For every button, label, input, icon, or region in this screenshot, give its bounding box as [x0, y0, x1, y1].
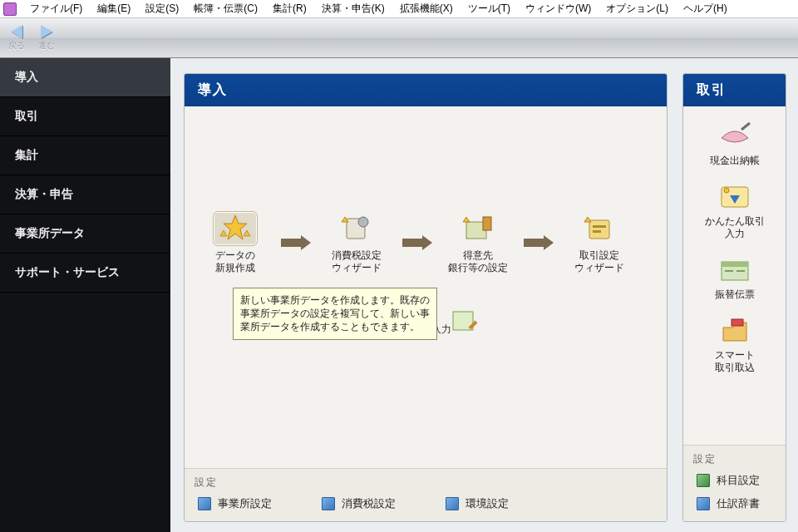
right-item-easy-input[interactable]: かんたん取引入力: [705, 182, 765, 240]
flow-row-1: データの新規作成 消費税設定ウィザード: [185, 211, 667, 274]
launcher-label: 取引設定: [579, 249, 619, 261]
customer-bank-icon: [456, 211, 500, 246]
cube-icon: [198, 497, 211, 510]
right-item-label: 振替伝票: [715, 288, 755, 300]
svg-marker-8: [463, 217, 470, 222]
menu-settings[interactable]: 設定(S): [139, 0, 185, 17]
sidebar-item-kessan[interactable]: 決算・申告: [0, 175, 170, 214]
right-item-label: 取引取込: [715, 362, 755, 373]
sidebar-item-shukei[interactable]: 集計: [0, 136, 170, 175]
forward-button[interactable]: 進む: [37, 24, 57, 52]
cube-icon: [446, 497, 459, 510]
svg-rect-21: [736, 270, 745, 272]
settings-label: 事業所設定: [218, 496, 272, 511]
settings-label: 仕訳辞書: [717, 496, 760, 511]
settings-account[interactable]: 科目設定: [697, 473, 776, 488]
menubar: ファイル(F) 編集(E) 設定(S) 帳簿・伝票(C) 集計(R) 決算・申告…: [0, 0, 798, 18]
svg-rect-11: [593, 230, 601, 233]
settings-env[interactable]: 環境設定: [446, 496, 509, 511]
menu-help[interactable]: ヘルプ(H): [677, 0, 734, 17]
sidebar-item-label: 取引: [15, 109, 38, 122]
launcher-label: ウィザード: [574, 262, 624, 273]
menu-report[interactable]: 集計(R): [266, 0, 313, 17]
right-item-label: 入力: [725, 228, 745, 239]
sidebar-item-label: 導入: [15, 70, 38, 83]
app-icon: [3, 2, 17, 16]
arrow-left-icon: [7, 24, 27, 39]
sidebar-item-label: サポート・サービス: [15, 265, 120, 278]
menu-ledger[interactable]: 帳簿・伝票(C): [187, 0, 264, 17]
settings-label: 科目設定: [717, 473, 760, 488]
back-button[interactable]: 戻る: [7, 24, 27, 52]
sidebar: 導入 取引 集計 決算・申告 事業所データ サポート・サービス: [0, 58, 170, 532]
menu-file[interactable]: ファイル(F): [23, 0, 89, 17]
menu-ext[interactable]: 拡張機能(X): [393, 0, 460, 17]
settings-dictionary[interactable]: 仕訳辞書: [697, 496, 776, 511]
sidebar-item-data[interactable]: 事業所データ: [0, 214, 170, 254]
sidebar-item-dounyu[interactable]: 導入: [0, 58, 170, 97]
settings-company[interactable]: 事業所設定: [198, 496, 272, 511]
launcher-label: データの: [215, 249, 255, 261]
svg-line-14: [741, 123, 750, 130]
toolbar: 戻る 進む: [0, 18, 798, 58]
svg-point-17: [724, 188, 729, 193]
svg-rect-10: [593, 225, 606, 228]
svg-rect-22: [732, 319, 743, 326]
right-item-transfer[interactable]: 振替伝票: [715, 255, 755, 301]
svg-rect-19: [722, 262, 748, 267]
svg-rect-7: [483, 217, 491, 230]
menu-edit[interactable]: 編集(E): [91, 0, 137, 17]
right-settings-section: 設定 科目設定 仕訳辞書: [683, 445, 786, 521]
tooltip-new-data: 新しい事業所データを作成します。既存の事業所データの設定を複写して、新しい事業所…: [233, 288, 437, 340]
launcher-new-data[interactable]: データの新規作成: [196, 211, 274, 274]
menu-closing[interactable]: 決算・申告(K): [315, 0, 392, 17]
launcher-customer-bank[interactable]: 得意先銀行等の設定: [439, 211, 517, 274]
menu-tools[interactable]: ツール(T): [461, 0, 517, 17]
launcher-label: ウィザード: [332, 262, 382, 273]
right-item-cashbook[interactable]: 現金出納帳: [710, 121, 760, 167]
easy-input-icon: [717, 182, 753, 212]
sidebar-item-label: 事業所データ: [15, 226, 85, 239]
launcher-label: 銀行等の設定: [448, 262, 508, 273]
smart-import-icon: [717, 316, 753, 346]
panel-torihiki-header: 取引: [683, 74, 786, 106]
txn-wizard-icon: [577, 211, 622, 246]
cube-icon: [697, 474, 710, 487]
flow-arrow-icon: [281, 237, 311, 249]
right-item-label: かんたん取引: [705, 215, 765, 227]
launcher-label: 得意先: [463, 249, 493, 261]
sidebar-item-label: 決算・申告: [15, 187, 73, 200]
cube-icon: [697, 497, 710, 510]
settings-tax[interactable]: 消費税設定: [322, 496, 396, 511]
right-item-smart-import[interactable]: スマート取引取込: [715, 316, 755, 374]
svg-point-4: [358, 217, 368, 227]
settings-section: 設定 事業所設定 消費税設定 環境設定: [185, 468, 667, 521]
sidebar-item-torihiki[interactable]: 取引: [0, 97, 170, 136]
panel-dounyu: 導入 データの新規作成: [184, 73, 667, 522]
right-item-label: スマート: [715, 349, 755, 361]
svg-rect-20: [725, 270, 733, 272]
right-item-label: 現金出納帳: [710, 155, 760, 166]
flow-area: データの新規作成 消費税設定ウィザード: [185, 106, 667, 468]
launcher-tax-wizard[interactable]: 消費税設定ウィザード: [318, 211, 396, 274]
launcher-txn-wizard[interactable]: 取引設定ウィザード: [560, 211, 638, 274]
settings-title: 設定: [693, 452, 776, 466]
tax-wizard-icon: [334, 211, 379, 246]
new-data-icon: [213, 211, 258, 246]
settings-label: 環境設定: [466, 496, 509, 511]
svg-marker-12: [584, 217, 591, 222]
sidebar-item-support[interactable]: サポート・サービス: [0, 254, 170, 293]
cashbook-icon: [717, 121, 753, 151]
right-list: 現金出納帳 かんたん取引入力: [683, 106, 786, 445]
panel-dounyu-header: 導入: [185, 74, 667, 106]
svg-rect-9: [589, 220, 609, 239]
transfer-icon: [717, 255, 753, 285]
flow-arrow-icon: [524, 237, 554, 249]
sidebar-item-label: 集計: [15, 148, 38, 161]
menu-window[interactable]: ウィンドウ(W): [519, 0, 598, 17]
flow-arrow-icon: [402, 237, 432, 249]
back-label: 戻る: [8, 40, 25, 52]
workspace: 導入 データの新規作成: [170, 58, 798, 532]
launcher-label: 新規作成: [215, 262, 255, 273]
menu-options[interactable]: オプション(L): [599, 0, 675, 17]
